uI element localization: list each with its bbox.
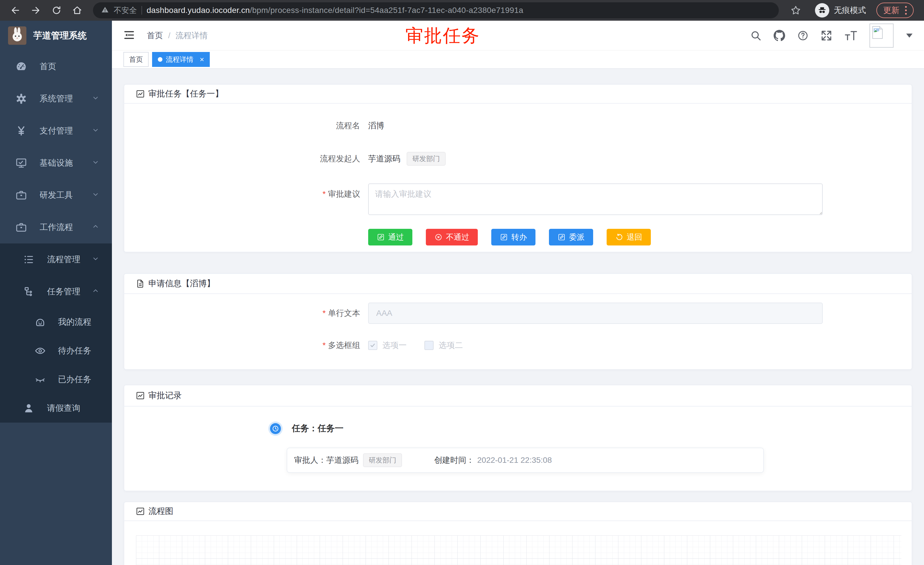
sidebar-item-payment[interactable]: 支付管理	[0, 115, 112, 147]
process-diagram-card: 流程图	[124, 502, 912, 565]
eye-closed-icon	[34, 373, 46, 386]
approval-record-card: 审批记录 任务：任务一 审批人： 芋道源码 研发部门	[124, 385, 912, 491]
return-button[interactable]: 退回	[607, 229, 651, 245]
close-icon[interactable]: ×	[200, 56, 204, 63]
sidebar-item-label: 任务管理	[47, 286, 80, 298]
sidebar-item-label: 已办任务	[58, 374, 91, 385]
sidebar-item-my-process[interactable]: 我的流程	[0, 308, 112, 337]
sidebar-item-devtools[interactable]: 研发工具	[0, 179, 112, 211]
reject-button[interactable]: 不通过	[426, 229, 478, 245]
chevron-up-icon	[92, 223, 99, 232]
approval-task-card: 审批任务【任务一】 流程名 滔博 流程发起人 芋道源码 研发部门	[124, 84, 912, 252]
reload-icon[interactable]	[48, 2, 65, 19]
tree-icon	[22, 286, 35, 298]
workflow-submenu: 流程管理 任务管理 我的流程 待办任务	[0, 243, 112, 422]
transfer-button[interactable]: 转办	[491, 229, 536, 245]
sidebar-item-workflow[interactable]: 工作流程	[0, 211, 112, 243]
github-icon[interactable]	[774, 30, 785, 41]
sidebar-item-label: 我的流程	[58, 316, 91, 328]
sidebar-item-done-tasks[interactable]: 已办任务	[0, 365, 112, 394]
font-size-icon[interactable]	[844, 30, 857, 41]
approver-box: 审批人： 芋道源码 研发部门 创建时间： 2022-01-21 22:35:08	[286, 448, 764, 473]
dept-tag: 研发部门	[406, 152, 446, 166]
edit-icon	[500, 233, 508, 241]
application-info-card: 申请信息【滔博】 单行文本 多选框组 选项一	[124, 273, 912, 370]
comment-textarea[interactable]	[368, 183, 823, 215]
search-icon[interactable]	[750, 30, 762, 41]
approver-name: 芋道源码	[326, 455, 358, 466]
checkbox-checked	[368, 341, 377, 350]
sidebar-item-label: 系统管理	[40, 93, 73, 105]
sidebar-item-label: 基础设施	[40, 157, 73, 169]
chevron-down-icon	[92, 255, 99, 264]
card-body: 单行文本 多选框组 选项一 选项二	[124, 294, 912, 369]
sidebar: 芋道管理系统 首页 系统管理 支付管理 基础设施	[0, 21, 112, 565]
tab-label: 流程详情	[166, 55, 194, 64]
sidebar-item-home[interactable]: 首页	[0, 51, 112, 83]
sidebar-item-process-mgmt[interactable]: 流程管理	[0, 243, 112, 276]
app-logo-row[interactable]: 芋道管理系统	[0, 21, 112, 51]
home-icon[interactable]	[68, 2, 86, 19]
chevron-down-icon	[92, 126, 99, 136]
list-icon	[22, 253, 35, 266]
help-icon[interactable]	[797, 30, 808, 41]
picture-chart-icon	[136, 89, 145, 98]
caret-down-icon[interactable]	[906, 34, 912, 38]
checkbox-group-label: 多选框组	[124, 340, 368, 351]
tab-process-detail[interactable]: 流程详情 ×	[152, 52, 210, 67]
breadcrumb-current: 流程详情	[176, 30, 208, 41]
text-field-label: 单行文本	[124, 308, 368, 319]
fullscreen-icon[interactable]	[821, 30, 832, 41]
browser-update-button[interactable]: 更新	[876, 3, 914, 18]
sidebar-item-todo-tasks[interactable]: 待办任务	[0, 337, 112, 365]
process-name-label: 流程名	[124, 120, 368, 131]
sidebar-item-label: 首页	[40, 61, 56, 72]
sidebar-item-infra[interactable]: 基础设施	[0, 147, 112, 179]
sidebar-item-label: 工作流程	[40, 222, 73, 233]
tab-home[interactable]: 首页	[123, 52, 148, 67]
bookmark-star-icon[interactable]	[787, 2, 805, 19]
sidebar-item-label: 流程管理	[47, 254, 80, 265]
sidebar-item-task-mgmt[interactable]: 任务管理	[0, 276, 112, 308]
url-path: /bpm/process-instance/detail?id=54aa251f…	[250, 6, 524, 15]
sidebar-item-system[interactable]: 系统管理	[0, 83, 112, 115]
sidebar-collapse-icon[interactable]	[123, 29, 135, 42]
tags-view-bar: 首页 流程详情 ×	[112, 51, 924, 69]
chevron-up-icon	[92, 287, 99, 296]
browser-menu-icon[interactable]	[905, 6, 907, 15]
back-icon[interactable]	[6, 2, 24, 19]
yen-icon	[15, 125, 27, 137]
page-content: 审批任务【任务一】 流程名 滔博 流程发起人 芋道源码 研发部门	[112, 69, 924, 565]
monitor-icon	[15, 157, 27, 169]
approval-timeline: 任务：任务一 审批人： 芋道源码 研发部门 创建时间： 2022-01-21 2…	[270, 422, 912, 473]
security-label[interactable]: 不安全	[114, 5, 137, 15]
initiator-name: 芋道源码	[368, 153, 400, 164]
breadcrumb-home[interactable]: 首页	[147, 30, 163, 41]
breadcrumb-separator: /	[168, 31, 171, 40]
chevron-down-icon	[92, 158, 99, 168]
x-circle-icon	[435, 233, 442, 241]
address-bar[interactable]: 不安全 dashboard.yudao.iocoder.cn/bpm/proce…	[93, 2, 779, 18]
card-title: 审批记录	[148, 390, 182, 401]
approve-button[interactable]: 通过	[368, 229, 412, 245]
sidebar-item-leave-query[interactable]: 请假查询	[0, 394, 112, 422]
top-navbar: 首页 / 流程详情	[112, 21, 924, 51]
card-title: 申请信息【滔博】	[148, 278, 215, 289]
sidebar-item-label: 待办任务	[58, 345, 91, 356]
url-text[interactable]: dashboard.yudao.iocoder.cn/bpm/process-i…	[147, 6, 524, 15]
avatar[interactable]	[870, 24, 894, 48]
edit-icon	[377, 233, 385, 241]
bpmn-canvas[interactable]	[136, 535, 902, 565]
delegate-button[interactable]: 委派	[549, 229, 593, 245]
card-body	[124, 521, 912, 565]
created-time: 2022-01-21 22:35:08	[477, 455, 552, 465]
card-header: 审批任务【任务一】	[124, 85, 912, 104]
url-domain: dashboard.yudao.iocoder.cn	[147, 6, 250, 15]
approver-label: 审批人：	[294, 455, 326, 466]
dept-tag: 研发部门	[363, 453, 402, 467]
button-label: 退回	[627, 232, 642, 242]
gear-icon	[15, 92, 27, 105]
security-warning-icon[interactable]	[101, 6, 109, 15]
forward-icon[interactable]	[27, 2, 45, 19]
button-label: 不通过	[446, 232, 469, 242]
